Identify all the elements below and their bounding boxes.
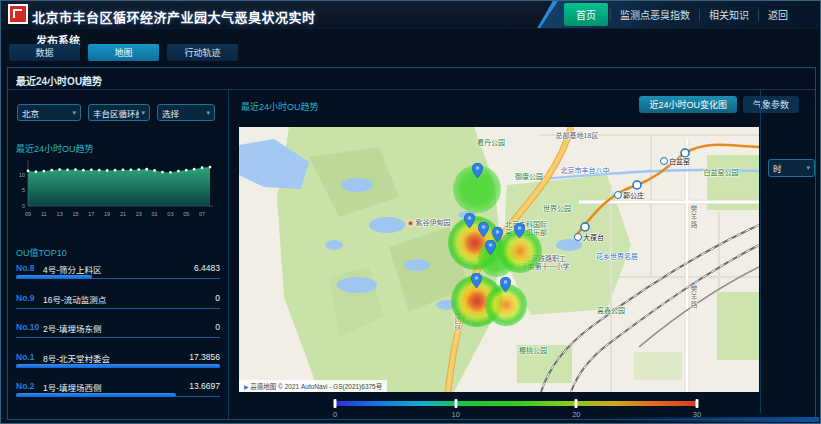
svg-text:01: 01 bbox=[152, 211, 158, 217]
map-label: 看丹公园 bbox=[477, 139, 505, 147]
map-label: 紫谷伊甸园 bbox=[407, 219, 450, 227]
city-select[interactable]: 北京▾ bbox=[17, 104, 81, 121]
site-name: 2号-填埋场东侧 bbox=[43, 322, 102, 334]
metro-icon bbox=[660, 157, 668, 165]
side-divider bbox=[760, 90, 761, 413]
rank-label: No.8 bbox=[16, 263, 34, 273]
map[interactable]: 看丹公园总部基地18区白盆窑白盆窑公园北京市丰台八中郭公庄御康公园世界公园大葆台… bbox=[239, 127, 759, 392]
bar-track bbox=[16, 337, 220, 338]
map-label: 大葆台 bbox=[574, 233, 604, 242]
tab-map[interactable]: 地图 bbox=[88, 44, 159, 61]
legend-tick bbox=[575, 399, 578, 408]
map-pin[interactable] bbox=[500, 277, 511, 292]
ou-value: 13.6697 bbox=[189, 381, 220, 391]
tab-data[interactable]: 数据 bbox=[9, 44, 80, 61]
svg-text:03: 03 bbox=[167, 211, 173, 217]
ou-value: 6.4483 bbox=[194, 263, 220, 273]
bar-fill bbox=[16, 275, 92, 279]
ou-value: 0 bbox=[215, 322, 220, 332]
svg-text:13: 13 bbox=[57, 211, 63, 217]
svg-text:21: 21 bbox=[120, 211, 126, 217]
site-name: 16号-流动监测点 bbox=[43, 293, 106, 305]
rank-label: No.9 bbox=[16, 293, 34, 303]
site-select[interactable]: 选择▾ bbox=[157, 104, 215, 121]
map-buttons: 近24小时OU变化图 气象参数 bbox=[639, 96, 799, 113]
svg-text:15: 15 bbox=[72, 211, 78, 217]
rank-label: No.2 bbox=[16, 381, 34, 391]
svg-text:07: 07 bbox=[199, 211, 205, 217]
legend-tick bbox=[696, 399, 699, 408]
bar-track bbox=[16, 308, 220, 309]
map-overlays: 看丹公园总部基地18区白盆窑白盆窑公园北京市丰台八中郭公庄御康公园世界公园大葆台… bbox=[239, 127, 759, 392]
svg-text:17: 17 bbox=[88, 211, 94, 217]
nav-back[interactable]: 返回 bbox=[759, 7, 797, 22]
publish-tabs: 数据 地图 行动轨迹 bbox=[9, 44, 238, 61]
map-attribution: 高德地图 © 2021 AutoNavi - GS(2021)6375号 bbox=[239, 380, 387, 392]
ou-trend-chart: 0510091113151719212301030507 bbox=[12, 156, 216, 220]
app-header: 北京市丰台区循环经济产业园大气恶臭状况实时 首页 监测点恶臭指数 相关知识 返回 bbox=[1, 1, 820, 29]
bottom-glow bbox=[599, 417, 819, 422]
top-nav: 首页 监测点恶臭指数 相关知识 返回 bbox=[540, 1, 820, 28]
nav-home[interactable]: 首页 bbox=[564, 3, 608, 26]
rank-label: No.1 bbox=[16, 352, 34, 362]
site-name: 4号-筛分上料区 bbox=[43, 263, 102, 275]
map-label: 御康公园 bbox=[515, 173, 543, 181]
ou-value: 0 bbox=[215, 293, 220, 303]
map-pin[interactable] bbox=[464, 213, 475, 228]
top10-list: No.8 4号-筛分上料区 6.4483 No.9 16号-流动监测点 0 No… bbox=[16, 260, 220, 408]
svg-text:05: 05 bbox=[183, 211, 189, 217]
map-section-title: 最近24小时OU趋势 bbox=[241, 100, 319, 113]
site-name: 1号-填埋场西侧 bbox=[43, 381, 102, 393]
top10-row[interactable]: No.1 8号-北天堂村委会 17.3856 bbox=[16, 349, 220, 379]
time-unit-select[interactable]: 时▾ bbox=[768, 159, 815, 177]
site-name: 8号-北天堂村委会 bbox=[43, 352, 110, 364]
legend-tick bbox=[454, 399, 457, 408]
map-pin[interactable] bbox=[485, 240, 496, 255]
map-panel: 最近24小时OU趋势 近24小时OU变化图 气象参数 bbox=[230, 90, 815, 419]
weather-params-button[interactable]: 气象参数 bbox=[743, 96, 799, 113]
app-logo bbox=[8, 4, 28, 24]
top10-row[interactable]: No.10 2号-填埋场东侧 0 bbox=[16, 319, 220, 349]
top10-title: OU值TOP10 bbox=[16, 246, 67, 259]
left-panel: 北京▾ 丰台区循环经济产▾ 选择▾ 最近24小时OU趋势 05100911131… bbox=[8, 90, 229, 419]
nav-knowledge[interactable]: 相关知识 bbox=[700, 7, 758, 22]
bar-fill bbox=[16, 364, 220, 368]
tab-track[interactable]: 行动轨迹 bbox=[167, 44, 238, 61]
map-pin[interactable] bbox=[471, 273, 482, 288]
top10-row[interactable]: No.8 4号-筛分上料区 6.4483 bbox=[16, 260, 220, 290]
content-panel: 最近24小时OU趋势 北京▾ 丰台区循环经济产▾ 选择▾ 最近24小时OU趋势 … bbox=[7, 67, 816, 420]
svg-text:10: 10 bbox=[19, 172, 25, 178]
map-label: 世界公园 bbox=[543, 205, 571, 213]
nav-monitor-odor-index[interactable]: 监测点恶臭指数 bbox=[611, 7, 699, 22]
chart-title: 最近24小时OU趋势 bbox=[16, 142, 94, 155]
section-title: 最近24小时OU趋势 bbox=[16, 73, 102, 88]
map-label: 花乡世界名居 bbox=[596, 253, 638, 261]
map-label: 高鑫公园 bbox=[597, 307, 625, 315]
svg-text:0: 0 bbox=[22, 203, 25, 209]
park-select[interactable]: 丰台区循环经济产▾ bbox=[88, 104, 150, 121]
map-pin[interactable] bbox=[514, 223, 525, 238]
map-label: 樊羊路 bbox=[689, 205, 697, 229]
rank-label: No.10 bbox=[16, 322, 39, 332]
svg-text:5: 5 bbox=[22, 187, 25, 193]
legend-gradient-bar bbox=[335, 401, 697, 406]
svg-text:09: 09 bbox=[25, 211, 31, 217]
ou-value: 17.3856 bbox=[189, 352, 220, 362]
map-label: 白盆窑 bbox=[660, 157, 690, 166]
ou-change-chart-button[interactable]: 近24小时OU变化图 bbox=[639, 96, 737, 113]
metro-icon bbox=[614, 191, 622, 199]
svg-text:11: 11 bbox=[41, 211, 47, 217]
map-label: 樱桃公园 bbox=[519, 347, 547, 355]
filter-selects: 北京▾ 丰台区循环经济产▾ 选择▾ bbox=[17, 104, 215, 121]
top10-row[interactable]: No.2 1号-填埋场西侧 13.6697 bbox=[16, 378, 220, 408]
top10-row[interactable]: No.9 16号-流动监测点 0 bbox=[16, 290, 220, 320]
app-window: 北京市丰台区循环经济产业园大气恶臭状况实时 首页 监测点恶臭指数 相关知识 返回… bbox=[0, 0, 821, 424]
svg-text:19: 19 bbox=[104, 211, 110, 217]
map-pin[interactable] bbox=[472, 163, 483, 178]
chevron-down-icon: ▾ bbox=[141, 109, 145, 117]
svg-text:23: 23 bbox=[136, 211, 142, 217]
map-label: 樊羊路 bbox=[689, 285, 697, 309]
metro-icon bbox=[574, 233, 582, 241]
legend-tick-label: 10 bbox=[451, 410, 459, 419]
map-pin[interactable] bbox=[478, 222, 489, 237]
